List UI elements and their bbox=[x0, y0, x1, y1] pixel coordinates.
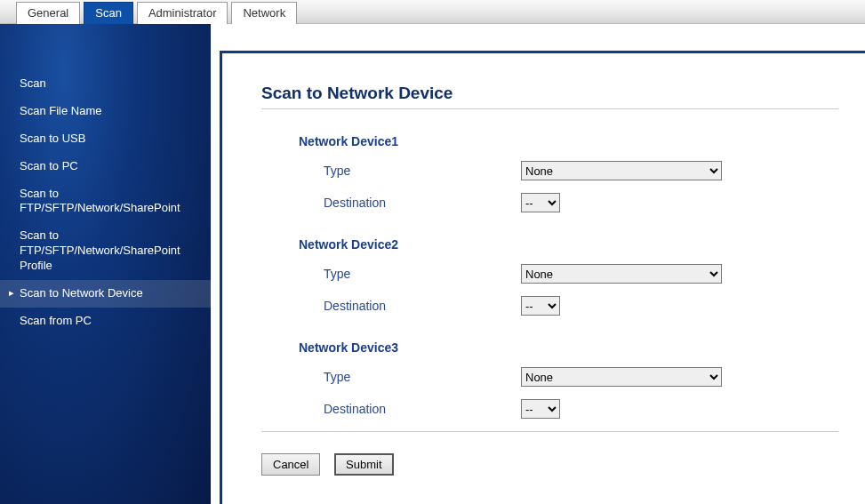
label-type-1: Type bbox=[324, 164, 521, 178]
label-destination-1: Destination bbox=[324, 196, 521, 210]
label-type-3: Type bbox=[324, 370, 521, 384]
tab-scan[interactable]: Scan bbox=[84, 2, 133, 24]
label-destination-3: Destination bbox=[324, 402, 521, 416]
label-type-2: Type bbox=[324, 267, 521, 281]
sidebar-item-scan[interactable]: Scan bbox=[0, 70, 211, 98]
select-type-2[interactable]: None bbox=[521, 264, 722, 284]
sidebar-item-scan-from-pc[interactable]: Scan from PC bbox=[0, 308, 211, 335]
page-title: Scan to Network Device bbox=[261, 84, 838, 103]
group-title-3: Network Device3 bbox=[299, 340, 838, 355]
main-area: Scan Scan File Name Scan to USB Scan to … bbox=[0, 24, 865, 504]
group-title-1: Network Device1 bbox=[299, 134, 838, 148]
sidebar-item-scan-to-pc[interactable]: Scan to PC bbox=[0, 153, 211, 180]
sidebar: Scan Scan File Name Scan to USB Scan to … bbox=[0, 24, 211, 504]
content-wrap: Scan to Network Device Network Device1 T… bbox=[211, 24, 865, 504]
content-panel: Scan to Network Device Network Device1 T… bbox=[220, 51, 865, 504]
cancel-button[interactable]: Cancel bbox=[261, 453, 320, 476]
row-type-1: Type None bbox=[324, 161, 838, 180]
select-destination-1[interactable]: -- bbox=[521, 193, 560, 212]
tab-general[interactable]: General bbox=[16, 2, 80, 24]
tab-administrator[interactable]: Administrator bbox=[137, 2, 228, 24]
tab-network[interactable]: Network bbox=[231, 2, 297, 24]
row-type-2: Type None bbox=[324, 264, 838, 284]
title-divider bbox=[261, 108, 838, 109]
row-type-3: Type None bbox=[324, 367, 838, 387]
group-title-2: Network Device2 bbox=[299, 237, 838, 252]
button-row: Cancel Submit bbox=[261, 431, 838, 476]
select-type-3[interactable]: None bbox=[521, 367, 722, 387]
row-destination-3: Destination -- bbox=[324, 399, 838, 419]
select-destination-2[interactable]: -- bbox=[521, 296, 560, 316]
row-destination-1: Destination -- bbox=[324, 193, 838, 212]
sidebar-item-scan-to-ftp-sftp-network-sharepoint-profile[interactable]: Scan to FTP/SFTP/Network/SharePoint Prof… bbox=[0, 222, 211, 280]
select-destination-3[interactable]: -- bbox=[521, 399, 560, 419]
label-destination-2: Destination bbox=[324, 299, 521, 313]
top-tab-bar: General Scan Administrator Network bbox=[0, 0, 865, 24]
submit-button[interactable]: Submit bbox=[334, 453, 393, 476]
sidebar-item-scan-to-network-device[interactable]: Scan to Network Device bbox=[0, 280, 211, 308]
row-destination-2: Destination -- bbox=[324, 296, 838, 316]
select-type-1[interactable]: None bbox=[521, 161, 722, 180]
sidebar-item-scan-file-name[interactable]: Scan File Name bbox=[0, 98, 211, 125]
sidebar-item-scan-to-usb[interactable]: Scan to USB bbox=[0, 125, 211, 153]
sidebar-item-scan-to-ftp-sftp-network-sharepoint[interactable]: Scan to FTP/SFTP/Network/SharePoint bbox=[0, 180, 211, 223]
